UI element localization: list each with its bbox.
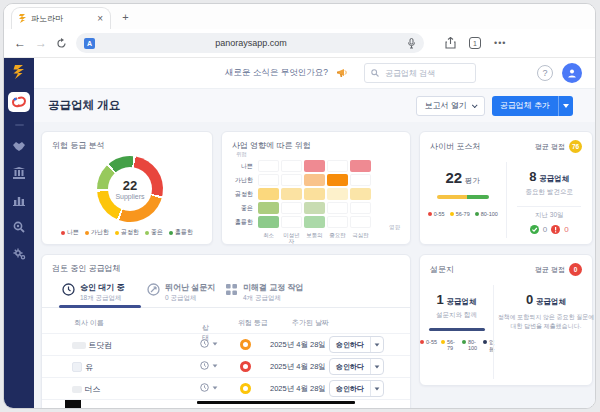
risk-panel-title: 위험 등급 분석 [52,140,202,151]
search-input[interactable] [383,68,463,79]
add-supplier-caret[interactable] [558,96,573,116]
heatmap-cell [350,160,371,172]
clock-icon [200,339,209,348]
redacted-text [72,342,86,349]
impact-heatmap-grid: 나쁜가난한공정한좋은훌륭한최소미성년자보통의중요한극심한 [228,160,371,242]
heatmap-cell [281,174,302,186]
approve-button[interactable]: 승인하다 [329,380,384,397]
legend-label: 나쁜 [67,228,79,237]
heatmap-col-label: 극심한 [350,230,371,242]
tab-pending-approval[interactable]: 승인 대기 중18개 공급업체 [62,283,124,303]
back-icon[interactable]: ← [14,37,26,49]
legend-dot [441,340,445,344]
approve-caret[interactable] [370,337,383,352]
forward-icon[interactable]: → [35,37,47,49]
approve-button[interactable]: 승인하다 [329,358,384,375]
reload-icon[interactable] [56,38,67,49]
date-added: 2025년 4월 28일 [270,340,326,350]
questionnaire-supplier-label: 공급업체 [447,297,477,307]
status-cell[interactable] [200,339,218,348]
open-report-button[interactable]: 보고서 열기 [416,96,485,116]
questionnaire-title: 설문지 [430,264,531,275]
impact-panel-title: 사업 영향에 따른 위험 [232,140,400,151]
legend-label: 가난한 [91,228,109,237]
sidebar-item-settings[interactable] [13,248,26,260]
tab-subtitle: 0 공급업체 [165,294,215,303]
legend-dot [475,212,479,216]
legend-item[interactable]: 좋은 [145,228,163,237]
help-button[interactable]: ? [537,65,553,81]
company-name: 유 [72,362,93,373]
whats-new-link[interactable]: 새로운 소식은 무엇인가요? [225,67,328,79]
caret-down-icon [375,343,380,346]
address-bar[interactable]: A panoraysapp.com [76,33,424,53]
heatmap-cell [281,160,302,172]
supplier-search-box[interactable] [364,63,476,83]
tab-close-icon[interactable]: × [97,14,103,24]
questionnaire-avg-label: 평균 평점 [535,265,565,275]
legend-item: 80-100 [475,211,498,217]
new-tab-button[interactable]: + [118,9,133,24]
tab-count-button[interactable]: 1 [469,37,481,49]
add-supplier-button[interactable]: 공급업체 추가 [492,96,573,116]
posture-score-bar [437,195,489,199]
sidebar-item-organization[interactable] [13,167,25,179]
tab-open-remediation[interactable]: 미해결 교정 작업4개 공급업체 [225,283,303,303]
browser-tab[interactable]: 파노라마 × [11,7,111,29]
heatmap-row-label: 좋은 [228,202,256,214]
assessments-label: 평가 [465,176,480,186]
approve-caret[interactable] [370,381,383,396]
legend-item: 80-100 [462,339,479,351]
legend-item[interactable]: 훌륭한 [169,228,193,237]
approve-button[interactable]: 승인하다 [329,336,384,353]
table-row[interactable]: 더스 2025년 4월 28일 승인하다 [42,377,410,399]
posture-header: 사이버 포스처 평균 평점 76 [420,132,592,153]
translate-icon[interactable]: A [84,38,95,49]
supplier-count-label: Suppliers [115,193,144,200]
handshake-icon [12,141,26,152]
table-row[interactable]: 트닷컴 2025년 4월 28일 승인하다 [42,333,410,355]
share-icon[interactable] [445,37,456,49]
user-avatar[interactable] [562,63,582,83]
status-cell[interactable] [200,361,218,370]
open-report-label: 보고서 열기 [425,100,467,111]
risk-badge [240,339,251,350]
company-logo [72,362,82,372]
browser-menu-icon[interactable]: ••• [494,38,506,48]
legend-item: 56-79 [441,339,458,351]
legend-item[interactable]: 가난한 [85,228,109,237]
app-shell: 새로운 소식은 무엇인가요? ? 공급업체 개요 보고서 열기 [4,58,595,408]
tab-subtitle: 4개 공급업체 [243,294,303,303]
caret-down-icon [213,342,218,345]
heatmap-row-label: 공정한 [228,188,256,200]
heatmap-cell [350,202,371,214]
page-header: 공급업체 개요 보고서 열기 공급업체 추가 [34,89,595,122]
posture-avg-badge: 76 [569,140,582,153]
risk-rating-panel: 위험 등급 분석 22 Suppliers 나쁜 가난한 공정한 좋은 훌륭한 [41,131,213,245]
sidebar-item-findings[interactable] [13,221,25,233]
heatmap-cell [304,174,325,186]
settings-icon [13,248,26,260]
organization-icon [13,167,25,179]
status-cell[interactable] [200,383,218,392]
approve-caret[interactable] [370,359,383,374]
redacted-bar [197,401,355,404]
heatmap-cell [258,174,279,186]
risk-donut-wrap: 22 Suppliers [97,156,163,222]
sidebar-item-analytics[interactable] [13,194,25,206]
heatmap-col-label: 보통의 [304,230,325,242]
table-row[interactable]: 유 2025년 4월 28일 승인하다 [42,355,410,377]
add-supplier-label: 공급업체 추가 [492,100,558,111]
col-company-name: 회사 이름 [74,318,104,328]
microphone-icon[interactable] [407,38,416,49]
tab-outstanding-questionnaires[interactable]: 뛰어난 설문지0 공급업체 [147,283,215,303]
heatmap-cell [327,160,348,172]
legend-dot [428,212,432,216]
ok-count: 0 [543,225,547,234]
approve-label: 승인하다 [330,362,370,372]
sidebar-item-suppliers[interactable] [8,92,30,112]
legend-item[interactable]: 공정한 [115,228,139,237]
legend-item[interactable]: 나쁜 [61,228,79,237]
sidebar-item-handshake[interactable] [12,141,26,152]
questionnaire-avg-badge: 0 [569,263,582,276]
